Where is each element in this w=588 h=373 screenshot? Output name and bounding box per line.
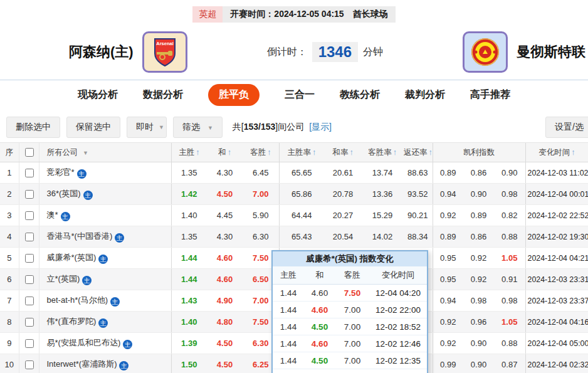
kelly-home-cell: 0.92 <box>433 312 463 333</box>
row-checkbox[interactable] <box>25 169 34 177</box>
row-checkbox[interactable] <box>25 360 34 369</box>
popup-home-odds: 1.44 <box>273 285 304 302</box>
header-change-time[interactable]: 变化时间↑ <box>525 143 588 162</box>
header-away-rate[interactable]: 客胜率↑ <box>362 143 403 162</box>
kelly-home-cell: 0.89 <box>433 162 463 184</box>
company-name-cell[interactable]: Interwet*(塞浦路斯)主 <box>39 354 171 373</box>
kelly-home-cell: 0.94 <box>433 290 463 312</box>
popup-row: 1.444.507.0012-02 12:35 <box>273 352 427 369</box>
table-row[interactable]: 3澳*主1.404.455.9064.4420.2715.2990.210.92… <box>0 205 588 226</box>
row-index: 5 <box>0 248 19 269</box>
settings-button[interactable]: 设置/选 <box>545 117 588 138</box>
tab-1[interactable]: 数据分析 <box>143 88 183 102</box>
instant-dropdown[interactable]: 即时 ▼ <box>127 117 167 138</box>
popup-row: 1.444.607.0012-02 07:56 <box>273 369 427 373</box>
company-name-cell[interactable]: 伟*(直布罗陀)主 <box>39 312 171 333</box>
row-select-cell <box>19 269 39 290</box>
header-home-rate[interactable]: 主胜率↑ <box>279 143 324 162</box>
company-name: 伟*(直布罗陀) <box>47 317 97 326</box>
sort-asc-icon: ↑ <box>393 148 397 157</box>
row-select-cell <box>19 333 39 354</box>
show-link[interactable]: [显示] <box>309 122 332 133</box>
row-checkbox[interactable] <box>25 211 34 220</box>
home-odds-cell: 1.42 <box>171 184 207 205</box>
popup-away-odds: 7.00 <box>335 369 369 373</box>
tab-0[interactable]: 现场分析 <box>78 88 118 102</box>
chevron-down-icon: ▼ <box>83 150 88 156</box>
home-badge-icon: 主 <box>115 233 124 243</box>
kelly-draw-cell: 0.90 <box>463 354 494 373</box>
away-odds-cell: 7.00 <box>243 184 279 205</box>
home-odds-cell: 1.40 <box>171 205 207 226</box>
home-team-logo: Arsenal <box>142 31 187 73</box>
popup-home-odds: 1.44 <box>273 352 304 369</box>
home-team-name: 阿森纳(主) <box>69 43 134 61</box>
league-badge[interactable]: 英超 <box>192 6 223 23</box>
select-all-checkbox[interactable] <box>25 148 34 157</box>
row-checkbox[interactable] <box>25 297 34 305</box>
company-name-cell[interactable]: 竞彩官*主 <box>39 162 171 184</box>
tab-6[interactable]: 高手推荐 <box>470 88 510 102</box>
row-checkbox[interactable] <box>25 254 34 263</box>
odds-comparison-page: 英超 开赛时间：2024-12-05 04:15 酋长球场 阿森纳(主) Ars… <box>0 0 588 373</box>
company-name-cell[interactable]: bet-at-h*(马尔他)主 <box>39 290 171 312</box>
tab-5[interactable]: 裁判分析 <box>405 88 445 102</box>
row-select-cell <box>19 226 39 248</box>
company-name-cell[interactable]: 威廉希*(英国)主 <box>39 248 171 269</box>
draw-odds-cell: 4.90 <box>207 290 243 312</box>
tab-2[interactable]: 胜平负 <box>208 84 260 106</box>
arsenal-crest-text: Arsenal <box>156 41 174 46</box>
header-draw-rate[interactable]: 和率↑ <box>324 143 362 162</box>
away-rate-cell: 13.74 <box>362 162 403 184</box>
count-value: 153/153 <box>244 122 276 132</box>
row-checkbox[interactable] <box>25 233 34 241</box>
row-checkbox[interactable] <box>25 339 34 348</box>
keep-selected-button[interactable]: 保留选中 <box>66 117 120 138</box>
company-name-cell[interactable]: 立*(英国)主 <box>39 269 171 290</box>
company-name-cell[interactable]: 36*(英国)主 <box>39 184 171 205</box>
row-checkbox[interactable] <box>25 318 34 327</box>
header-home-odds[interactable]: 主胜↑ <box>171 143 207 162</box>
company-name-cell[interactable]: 香港马*(中国香港)主 <box>39 226 171 248</box>
company-name-cell[interactable]: 易*(安提瓜和巴布达)主 <box>39 333 171 354</box>
draw-odds-cell: 4.50 <box>207 354 243 373</box>
table-row[interactable]: 4香港马*(中国香港)主1.354.306.3065.4320.5414.028… <box>0 226 588 248</box>
kelly-away-cell: 0.82 <box>494 205 525 226</box>
home-badge-icon: 主 <box>123 340 132 349</box>
row-checkbox[interactable] <box>25 275 34 284</box>
home-odds-cell: 1.39 <box>171 333 207 354</box>
draw-rate-cell: 20.61 <box>324 162 362 184</box>
header-away-odds[interactable]: 客胜↑ <box>243 143 279 162</box>
company-name-cell[interactable]: 澳*主 <box>39 205 171 226</box>
delete-selected-button[interactable]: 删除选中 <box>6 117 60 138</box>
table-row[interactable]: 1竞彩官*主1.354.306.4565.6520.6113.7488.630.… <box>0 162 588 184</box>
table-row[interactable]: 236*(英国)主1.424.507.0065.8620.7813.3693.5… <box>0 184 588 205</box>
tab-4[interactable]: 教练分析 <box>340 88 380 102</box>
manchester-united-crest-icon <box>470 37 500 67</box>
kelly-draw-cell: 0.89 <box>463 205 494 226</box>
kelly-home-cell: 0.92 <box>433 333 463 354</box>
header-company-label: 所有公司 <box>47 148 78 157</box>
header-company[interactable]: 所有公司 ▼ <box>39 143 171 162</box>
popup-row: 1.444.607.5012-04 04:20 <box>273 285 427 302</box>
tab-3[interactable]: 三合一 <box>285 88 315 102</box>
company-name: 竞彩官* <box>47 167 75 177</box>
row-index: 3 <box>0 205 19 226</box>
away-odds-cell: 6.45 <box>243 162 279 184</box>
change-time-cell: 2024-12-04 00:01 <box>525 184 588 205</box>
header-draw-odds[interactable]: 和↑ <box>207 143 243 162</box>
home-team: 阿森纳(主) Arsenal <box>69 31 187 73</box>
home-badge-icon: 主 <box>61 212 70 221</box>
draw-rate-cell: 20.54 <box>324 226 362 248</box>
popup-home-odds: 1.44 <box>273 302 304 318</box>
row-checkbox[interactable] <box>25 190 34 199</box>
popup-change-time: 12-04 04:20 <box>369 285 427 302</box>
draw-odds-cell: 4.30 <box>207 226 243 248</box>
filter-dropdown[interactable]: 筛选 ▼ <box>173 117 223 138</box>
company-name: Interwet*(塞浦路斯) <box>47 359 117 369</box>
popup-change-time: 12-02 07:56 <box>369 369 427 373</box>
sort-asc-icon: ↑ <box>228 148 231 157</box>
draw-rate-cell: 20.78 <box>324 184 362 205</box>
kelly-away-cell: 0.98 <box>494 184 525 205</box>
header-payout-rate[interactable]: 返还率↑ <box>403 143 433 162</box>
